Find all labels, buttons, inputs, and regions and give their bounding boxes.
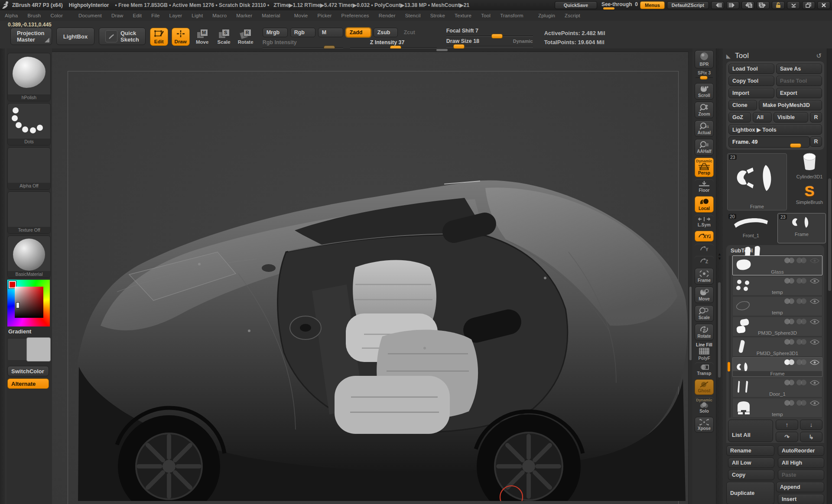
visibility-eye-icon[interactable] xyxy=(810,278,819,284)
subtool-item-glass[interactable]: Glass xyxy=(732,255,822,275)
aahalf-button[interactable]: AAHalf xyxy=(695,139,714,155)
texture-selector[interactable]: Texture Off xyxy=(7,191,51,234)
y-rotation-button[interactable]: Y xyxy=(695,244,714,254)
spix-slider[interactable]: SPix 3 xyxy=(695,71,714,81)
see-through-slider[interactable]: See-through 0 xyxy=(601,1,638,10)
subtool-up-button[interactable]: ↑ xyxy=(776,420,798,430)
mrgb-button[interactable]: Mrgb xyxy=(263,28,288,37)
quicksave-button[interactable]: QuickSave xyxy=(555,1,597,9)
color-picker[interactable] xyxy=(7,280,50,326)
visibility-eye-icon[interactable] xyxy=(810,339,819,345)
menus-toggle-button[interactable]: Menus xyxy=(640,1,665,9)
scale-3d-button[interactable]: Scale xyxy=(695,305,714,322)
goz-r-button[interactable]: R xyxy=(810,112,822,123)
current-brush-selector[interactable]: hPolish xyxy=(7,53,51,101)
frame-r-button[interactable]: R xyxy=(810,136,822,147)
xpose-button[interactable]: Xpose xyxy=(695,417,714,433)
material-selector[interactable]: BasicMaterial xyxy=(7,236,51,278)
menu-render[interactable]: Render xyxy=(374,13,400,18)
subtool-scrollbar[interactable] xyxy=(729,255,731,418)
goz-button[interactable]: GoZ xyxy=(728,112,751,123)
clone-button[interactable]: Clone xyxy=(728,100,757,110)
subtool-item-temp-3[interactable]: temp xyxy=(732,398,822,418)
all-high-button[interactable]: All High xyxy=(778,458,824,468)
menu-tool[interactable]: Tool xyxy=(476,13,495,18)
subtool-item-frame-active[interactable]: Frame xyxy=(732,357,822,377)
inventory-front1[interactable]: 20 Front_1 xyxy=(727,213,775,242)
solo-button[interactable]: Dynamic Solo xyxy=(695,397,714,415)
canvas-vertical-scrollbar[interactable] xyxy=(688,52,692,504)
subtool-item-pm3d-sphere3d[interactable]: PM3D_Sphere3D xyxy=(732,317,822,336)
rename-button[interactable]: Rename xyxy=(726,446,774,456)
menu-alpha[interactable]: Alpha xyxy=(0,13,23,18)
panel-divider[interactable]: ▲▼ xyxy=(716,48,723,504)
local-symmetry-button[interactable]: Local xyxy=(695,196,714,213)
left-tray-rail[interactable] xyxy=(0,48,6,504)
list-all-button[interactable]: List All xyxy=(728,420,773,442)
lsym-button[interactable]: L.Sym xyxy=(695,215,714,229)
lock-icon[interactable] xyxy=(772,1,785,9)
minimize-icon[interactable] xyxy=(787,1,800,9)
rotate-3d-button[interactable]: Rotate xyxy=(695,324,714,340)
inventory-frame2[interactable]: 23 Frame xyxy=(777,213,826,243)
menu-material[interactable]: Material xyxy=(257,13,285,18)
all-low-button[interactable]: All Low xyxy=(728,458,774,468)
import-button[interactable]: Import xyxy=(728,88,774,98)
default-zscript-button[interactable]: DefaultZScript xyxy=(667,1,709,9)
rgb-button[interactable]: Rgb xyxy=(290,28,315,37)
menu-document[interactable]: Document xyxy=(74,13,107,18)
menu-draw[interactable]: Draw xyxy=(107,13,128,18)
reset-icon[interactable]: ↺ xyxy=(816,52,822,60)
main-color-swatch[interactable] xyxy=(7,338,29,361)
perspective-button[interactable]: Dynamic Persp xyxy=(695,158,714,177)
ghost-button[interactable]: Ghost xyxy=(695,379,714,395)
subtool-item-temp-1[interactable]: temp xyxy=(732,276,822,296)
line-fill-control[interactable]: Line Fill PolyF xyxy=(695,342,714,361)
menu-stroke[interactable]: Stroke xyxy=(426,13,450,18)
menu-zplugin[interactable]: Zplugin xyxy=(533,13,560,18)
draw-mode-button[interactable]: Draw xyxy=(172,28,190,46)
actual-size-button[interactable]: x1 Actual xyxy=(695,120,714,137)
append-button[interactable]: Append xyxy=(776,482,824,492)
inventory-cylinder3d1[interactable]: Cylinder3D1 xyxy=(792,152,827,181)
zadd-button[interactable]: Zadd xyxy=(346,28,371,37)
move-3d-button[interactable]: Move xyxy=(695,287,714,303)
menu-file[interactable]: File xyxy=(146,13,164,18)
menu-color[interactable]: Color xyxy=(46,13,67,18)
z-intensity-slider[interactable]: Z Intensity 37 xyxy=(350,39,437,48)
floor-grid-button[interactable]: Floor xyxy=(695,179,714,194)
scroll-tool-button[interactable]: Scroll xyxy=(695,83,714,100)
divider-handle[interactable] xyxy=(718,282,721,378)
visibility-eye-icon[interactable] xyxy=(810,299,819,304)
projection-master-button[interactable]: Projection Master xyxy=(10,28,52,45)
quick-sketch-button[interactable]: QuickSketch xyxy=(99,28,146,45)
subtool-select-up-button[interactable]: ↷ xyxy=(776,432,798,442)
lightbox-tools-button[interactable]: Lightbox ▶ Tools xyxy=(728,124,822,135)
subtool-item-pm3d-sphere3d1[interactable]: PM3D_Sphere3D1 xyxy=(732,337,822,357)
rgb-intensity-slider[interactable]: Rgb Intensity xyxy=(263,39,343,48)
menu-transform[interactable]: Transform xyxy=(495,13,528,18)
subtool-item-door1[interactable]: Door_1 xyxy=(732,378,822,397)
move-mode-button[interactable]: M Move xyxy=(193,28,211,46)
menu-macro[interactable]: Macro xyxy=(208,13,231,18)
copy-tool-button[interactable]: Copy Tool xyxy=(728,76,774,86)
bpr-render-button[interactable]: BPR xyxy=(695,50,714,68)
m-button[interactable]: M xyxy=(318,28,343,37)
visibility-eye-icon[interactable] xyxy=(810,380,819,385)
subtool-down-button[interactable]: ↓ xyxy=(800,420,822,430)
close-icon[interactable] xyxy=(817,1,830,9)
lightbox-button[interactable]: LightBox xyxy=(56,28,94,45)
autoreorder-button[interactable]: AutoReorder xyxy=(778,446,824,456)
save-as-button[interactable]: Save As xyxy=(776,64,822,74)
goz-all-button[interactable]: All xyxy=(753,112,772,123)
edit-mode-button[interactable]: Edit xyxy=(150,28,168,46)
transparency-button[interactable]: Transp xyxy=(695,362,714,377)
active-tool-thumbnail[interactable]: 23 Frame xyxy=(727,153,787,210)
menu-layer[interactable]: Layer xyxy=(165,13,187,18)
copy-subtool-button[interactable]: Copy xyxy=(728,470,774,480)
alpha-selector[interactable]: Alpha Off xyxy=(7,147,51,190)
subtool-item-temp-2[interactable]: temp xyxy=(732,296,822,316)
menu-edit[interactable]: Edit xyxy=(128,13,147,18)
viewport-canvas[interactable] xyxy=(52,48,692,504)
palette-dock-right-icon[interactable] xyxy=(757,1,770,9)
